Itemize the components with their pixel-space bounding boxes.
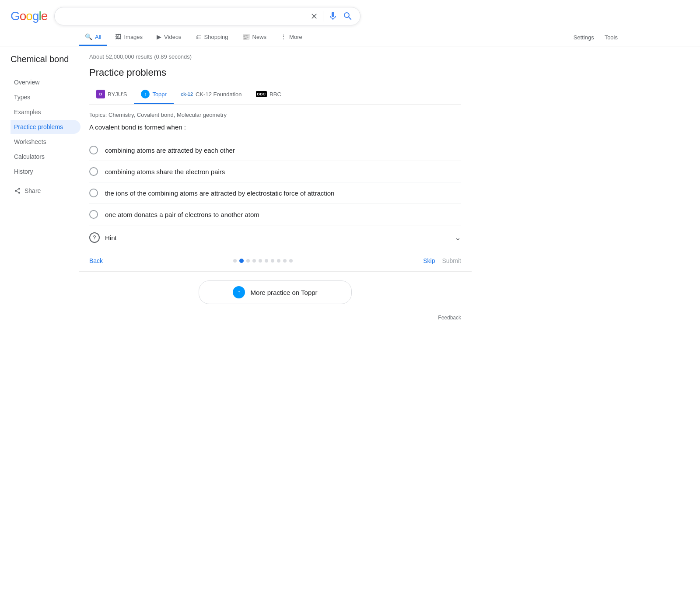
sidebar-item-worksheets[interactable]: Worksheets — [10, 135, 80, 149]
more-practice-container: ↑ More practice on Toppr — [89, 280, 461, 304]
ck12-logo: ck-12 — [181, 91, 193, 97]
results-count: About 52,000,000 results (0.89 seconds) — [89, 53, 461, 60]
topics: Topics: Chemistry, Covalent bond, Molecu… — [89, 112, 461, 118]
section-title: Practice problems — [89, 67, 461, 78]
feedback-link[interactable]: Feedback — [438, 315, 461, 321]
separator — [79, 271, 472, 272]
google-logo: Google — [10, 9, 47, 23]
dot-4 — [259, 259, 262, 263]
dot-0 — [233, 259, 237, 263]
dot-5 — [265, 259, 268, 263]
sidebar-item-calculators[interactable]: Calculators — [10, 150, 80, 164]
radio-d[interactable] — [89, 210, 98, 219]
skip-button[interactable]: Skip — [423, 257, 435, 264]
search-button[interactable] — [343, 11, 353, 21]
tab-more[interactable]: ⋮ More — [274, 29, 308, 46]
voice-search-button[interactable] — [328, 11, 338, 21]
search-input[interactable]: chemical bond practice problems — [62, 12, 306, 20]
hint-icon: ? — [89, 232, 100, 243]
source-tab-ck12[interactable]: ck-12 CK-12 Foundation — [174, 87, 249, 103]
dot-3 — [252, 259, 256, 263]
feedback-row: Feedback — [89, 311, 461, 328]
more-practice-label: More practice on Toppr — [250, 289, 317, 296]
search-bar: chemical bond practice problems — [54, 7, 360, 25]
settings-link[interactable]: Settings — [570, 30, 598, 45]
more-icon: ⋮ — [280, 33, 287, 40]
dot-1 — [239, 259, 244, 263]
question-text: A covalent bond is formed when : — [89, 123, 461, 131]
sidebar-item-practice[interactable]: Practice problems — [10, 120, 80, 134]
bbc-logo: BBC — [256, 91, 267, 97]
content-area: About 52,000,000 results (0.89 seconds) … — [89, 53, 461, 328]
tab-all[interactable]: 🔍 All — [79, 29, 107, 46]
source-tab-toppr[interactable]: ↑ Toppr — [134, 85, 174, 104]
sidebar-item-history[interactable]: History — [10, 165, 80, 179]
nav-right: Skip Submit — [423, 257, 461, 264]
tab-news[interactable]: 📰 News — [236, 29, 273, 46]
news-icon: 📰 — [242, 33, 250, 40]
submit-button[interactable]: Submit — [442, 257, 461, 264]
option-d-text: one atom donates a pair of electrons to … — [105, 211, 259, 218]
search-icon: 🔍 — [85, 33, 92, 40]
more-practice-button[interactable]: ↑ More practice on Toppr — [199, 280, 352, 304]
header: Google chemical bond practice problems — [0, 0, 700, 25]
source-tabs: B BYJU'S ↑ Toppr ck-12 CK-12 Foundation … — [89, 85, 461, 105]
radio-a[interactable] — [89, 146, 98, 154]
clear-button[interactable] — [310, 12, 318, 21]
share-button[interactable]: Share — [10, 182, 80, 200]
radio-b[interactable] — [89, 167, 98, 176]
dot-7 — [277, 259, 280, 263]
tab-videos[interactable]: ▶ Videos — [150, 29, 188, 46]
sidebar-item-examples[interactable]: Examples — [10, 105, 80, 119]
option-c[interactable]: the ions of the combining atoms are attr… — [89, 182, 461, 204]
dots-container — [233, 259, 293, 263]
option-a-text: combining atoms are attracted by each ot… — [105, 147, 235, 154]
sidebar-title: Chemical bond — [10, 53, 80, 65]
options-list: combining atoms are attracted by each ot… — [89, 140, 461, 225]
search-bar-wrapper: chemical bond practice problems — [54, 7, 360, 25]
toppr-logo: ↑ — [141, 90, 150, 98]
share-label: Share — [24, 187, 41, 194]
settings-tools: Settings Tools — [570, 30, 621, 45]
option-b-text: combining atoms share the electron pairs — [105, 168, 225, 175]
main-content: Chemical bond Overview Types Examples Pr… — [0, 53, 700, 328]
radio-c[interactable] — [89, 189, 98, 197]
sidebar-item-overview[interactable]: Overview — [10, 75, 80, 89]
tab-shopping[interactable]: 🏷 Shopping — [189, 29, 234, 46]
dot-6 — [271, 259, 274, 263]
byjus-logo: B — [96, 90, 105, 98]
search-tabs: 🔍 All 🖼 Images ▶ Videos 🏷 Shopping 📰 New… — [0, 25, 700, 46]
source-tab-byjus[interactable]: B BYJU'S — [89, 85, 134, 104]
sidebar-item-types[interactable]: Types — [10, 90, 80, 104]
dot-8 — [283, 259, 287, 263]
videos-icon: ▶ — [157, 33, 161, 40]
toppr-circle-icon: ↑ — [233, 286, 245, 298]
option-d[interactable]: one atom donates a pair of electrons to … — [89, 204, 461, 225]
hint-left: ? Hint — [89, 232, 117, 243]
shopping-icon: 🏷 — [196, 33, 202, 40]
divider — [323, 11, 323, 21]
source-tab-bbc[interactable]: BBC BBC — [249, 87, 288, 103]
dot-9 — [289, 259, 293, 263]
option-a[interactable]: combining atoms are attracted by each ot… — [89, 140, 461, 161]
hint-row[interactable]: ? Hint ⌄ — [89, 225, 461, 250]
nav-row: Back Skip Submit — [89, 250, 461, 271]
sidebar: Chemical bond Overview Types Examples Pr… — [10, 53, 89, 328]
search-icons — [310, 11, 353, 21]
sidebar-nav: Overview Types Examples Practice problem… — [10, 75, 80, 179]
toppr-arrow-icon: ↑ — [238, 289, 241, 296]
option-b[interactable]: combining atoms share the electron pairs — [89, 161, 461, 182]
option-c-text: the ions of the combining atoms are attr… — [105, 189, 334, 197]
tab-images[interactable]: 🖼 Images — [109, 29, 149, 46]
hint-text: Hint — [105, 234, 117, 242]
images-icon: 🖼 — [115, 33, 121, 40]
back-button[interactable]: Back — [89, 257, 103, 264]
dot-2 — [246, 259, 250, 263]
chevron-down-icon[interactable]: ⌄ — [455, 233, 461, 242]
tools-link[interactable]: Tools — [601, 30, 621, 45]
